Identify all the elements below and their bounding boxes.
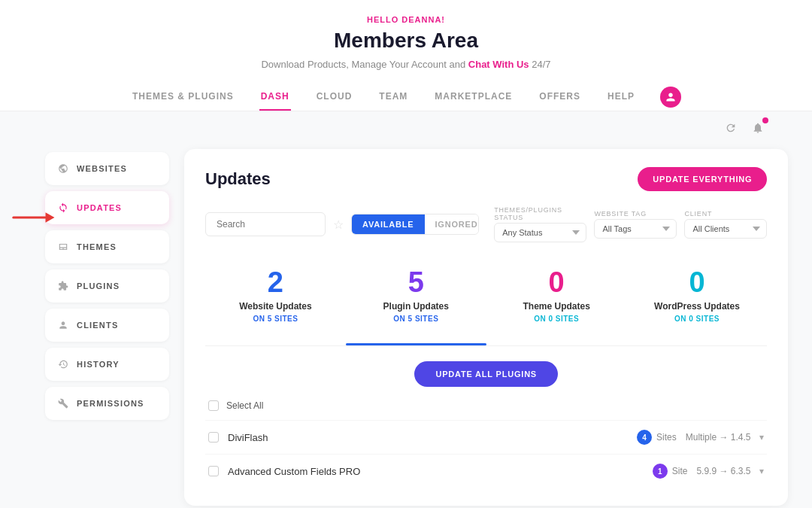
refresh-icon[interactable] xyxy=(722,119,740,137)
client-filter-select[interactable]: All Clients xyxy=(684,219,767,239)
stat-wordpress-updates: 0 WordPress Updates ON 0 SITES xyxy=(627,260,768,330)
plugin-updates-sub: ON 5 SITES xyxy=(346,315,486,323)
clients-icon xyxy=(57,319,69,331)
sidebar-item-themes-label: THEMES xyxy=(77,242,117,251)
plugins-icon xyxy=(57,280,69,292)
sidebar-item-updates-label: UPDATES xyxy=(77,203,122,212)
svg-marker-1 xyxy=(46,212,55,223)
sidebar-item-updates[interactable]: UPDATES xyxy=(45,191,169,224)
acf-sites-badge: 1 xyxy=(653,464,668,479)
notification-icon[interactable] xyxy=(749,119,767,137)
sidebar-item-websites[interactable]: WEBSITES xyxy=(45,152,169,185)
sync-icon xyxy=(57,202,69,214)
subtitle-post: 24/7 xyxy=(532,59,550,70)
sidebar-item-plugins-label: PLUGINS xyxy=(77,281,120,291)
sidebar-item-permissions[interactable]: PERMISSIONS xyxy=(45,387,169,420)
globe-icon xyxy=(57,163,69,175)
stat-theme-updates: 0 Theme Updates ON 0 SITES xyxy=(486,260,627,330)
select-all-row: Select All xyxy=(205,400,767,411)
acf-checkbox[interactable] xyxy=(208,466,219,476)
diviflash-name: DiviFlash xyxy=(228,432,628,443)
sidebar-item-history[interactable]: History xyxy=(45,348,169,381)
chat-link[interactable]: Chat With Us xyxy=(468,59,529,70)
diviflash-sites-badge: 4 xyxy=(637,430,652,445)
nav-offers[interactable]: OFFERS xyxy=(538,84,582,111)
update-everything-button[interactable]: UPDATE EVERYTHING xyxy=(638,167,767,191)
filter-tabs: AVAILABLE IGNORED xyxy=(351,214,479,235)
status-filter-label: THEMES/PLUGINS STATUS xyxy=(494,206,586,221)
sidebar-item-themes[interactable]: THEMES xyxy=(45,230,169,263)
nav-team[interactable]: TEAM xyxy=(377,84,409,111)
updates-title: Updates xyxy=(205,169,271,189)
diviflash-checkbox[interactable] xyxy=(208,432,219,443)
diviflash-chevron-icon[interactable]: ▾ xyxy=(759,432,764,443)
plugin-row: Advanced Custom Fields PRO 1 Site 5.9.9 … xyxy=(205,454,767,488)
website-updates-label: Website Updates xyxy=(205,301,346,312)
wordpress-updates-sub: ON 0 SITES xyxy=(627,315,768,323)
stat-plugin-updates: 5 Plugin Updates ON 5 SITES xyxy=(346,260,486,330)
diviflash-sites-label: Sites xyxy=(656,432,677,443)
avatar[interactable] xyxy=(660,87,681,108)
update-all-plugins-button[interactable]: UPDATE ALL PLUGINS xyxy=(414,361,558,387)
nav-themes-plugins[interactable]: THEMES & PLUGINS xyxy=(131,84,235,111)
sidebar-item-permissions-label: PERMISSIONS xyxy=(77,399,144,408)
acf-chevron-icon[interactable]: ▾ xyxy=(759,466,764,476)
nav-cloud[interactable]: CLOUD xyxy=(315,84,354,111)
updates-header: Updates UPDATE EVERYTHING xyxy=(205,167,767,191)
nav-dash[interactable]: DASH xyxy=(259,84,291,111)
sidebar: WEBSITES UPDATES THEMES PLUGINS CLIENTS xyxy=(45,149,169,506)
subtitle: Download Products, Manage Your Account a… xyxy=(0,59,812,70)
hello-text: HELLO DEANNA! xyxy=(0,15,812,24)
website-updates-sub: ON 5 SITES xyxy=(205,315,346,323)
content-area: Updates UPDATE EVERYTHING ☆ AVAILABLE IG… xyxy=(184,149,788,506)
status-filter-select[interactable]: Any Status xyxy=(494,223,586,242)
sidebar-item-clients-label: CLIENTS xyxy=(77,321,118,330)
toolbar xyxy=(0,111,812,137)
acf-sites-label: Site xyxy=(672,466,688,476)
theme-updates-sub: ON 0 SITES xyxy=(486,315,627,323)
client-filter-group: CLIENT All Clients xyxy=(684,210,767,239)
select-all-checkbox[interactable] xyxy=(208,400,219,411)
wordpress-updates-label: WordPress Updates xyxy=(627,301,768,312)
diviflash-version: Multiple → 1.4.5 xyxy=(686,432,751,443)
nav-help[interactable]: HELP xyxy=(606,84,636,111)
stat-website-updates: 2 Website Updates ON 5 SITES xyxy=(205,260,346,330)
acf-name: Advanced Custom Fields PRO xyxy=(228,466,644,477)
acf-sites: 1 Site xyxy=(653,464,688,479)
theme-updates-label: Theme Updates xyxy=(486,301,627,312)
filter-bar: ☆ AVAILABLE IGNORED THEMES/PLUGINS STATU… xyxy=(205,206,767,242)
plugin-updates-number: 5 xyxy=(346,268,486,297)
header: HELLO DEANNA! Members Area Download Prod… xyxy=(0,0,812,111)
status-filter-group: THEMES/PLUGINS STATUS Any Status xyxy=(494,206,586,242)
main-content: WEBSITES UPDATES THEMES PLUGINS CLIENTS xyxy=(0,137,812,508)
acf-version: 5.9.9 → 6.3.5 xyxy=(696,466,750,476)
sidebar-item-clients[interactable]: CLIENTS xyxy=(45,309,169,342)
tag-filter-label: WEBSITE TAG xyxy=(594,210,677,217)
page-title: Members Area xyxy=(0,29,812,53)
filter-tab-available[interactable]: AVAILABLE xyxy=(352,214,425,234)
nav-marketplace[interactable]: MARKETPLACE xyxy=(433,84,514,111)
select-all-label: Select All xyxy=(226,400,263,411)
subtitle-pre: Download Products, Manage Your Account a… xyxy=(261,59,468,70)
search-input[interactable] xyxy=(205,212,326,236)
sidebar-item-history-label: History xyxy=(77,360,120,369)
tag-filter-select[interactable]: All Tags xyxy=(594,219,677,239)
stats-row: 2 Website Updates ON 5 SITES 5 Plugin Up… xyxy=(205,260,767,346)
sidebar-item-plugins[interactable]: PLUGINS xyxy=(45,269,169,303)
wordpress-updates-number: 0 xyxy=(627,268,768,297)
diviflash-sites: 4 Sites xyxy=(637,430,677,445)
main-nav: THEMES & PLUGINS DASH CLOUD TEAM MARKETP… xyxy=(0,84,812,111)
theme-updates-number: 0 xyxy=(486,268,627,297)
history-icon xyxy=(57,358,69,370)
themes-icon xyxy=(57,241,69,253)
pointer-arrow xyxy=(11,208,56,227)
client-filter-label: CLIENT xyxy=(684,210,767,217)
plugin-progress-bar xyxy=(346,343,486,345)
tag-filter-group: WEBSITE TAG All Tags xyxy=(594,210,677,239)
permissions-icon xyxy=(57,397,69,409)
notification-badge xyxy=(762,117,768,123)
plugin-row: DiviFlash 4 Sites Multiple → 1.4.5 ▾ xyxy=(205,420,767,454)
star-icon[interactable]: ☆ xyxy=(333,217,344,232)
plugin-updates-label: Plugin Updates xyxy=(346,301,486,312)
filter-tab-ignored[interactable]: IGNORED xyxy=(425,214,480,234)
